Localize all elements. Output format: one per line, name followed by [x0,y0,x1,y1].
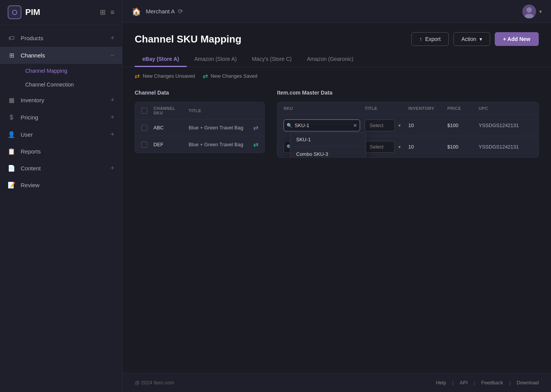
sidebar-item-label: Inventory [21,97,44,103]
content-icon: 📄 [8,165,15,172]
row2-sku: DEF [153,142,184,147]
channel-row-2: DEF Blue + Green Travel Bag ⇄ [135,136,264,153]
dropdown-label-sku1: SKU-1 [296,137,311,142]
master-row1-upc: YSSDGS1242131 [479,122,532,128]
master-row2-price: $100 [447,144,474,150]
tab-macys-label: Macy's (Store C) [252,56,292,62]
user-menu-chevron[interactable]: ▾ [539,8,542,15]
channel-data-table: Channel SKU Title ABC Blue + Green Trave… [135,102,265,153]
channels-sub-menu: Channel Mapping Channel Connection [0,64,122,91]
user-icon: 👤 [8,131,15,138]
user-plus-icon[interactable]: + [110,131,114,139]
row1-link-icon[interactable]: ⇄ [253,124,258,131]
sku-clear-btn-1[interactable]: ✕ [353,123,357,128]
row2-title: Blue + Green Travel Bag [189,142,249,147]
master-data-section: Item.com Master Data SKU Title Inventory… [277,85,539,158]
tab-amazon-a[interactable]: Amazon (Store A) [187,52,245,67]
action-label: Action [461,36,476,42]
tabs-bar: eBay (Store A) Amazon (Store A) Macy's (… [122,46,551,67]
grid-icon[interactable]: ⊞ [100,8,106,16]
sidebar: ⬡ PIM ⊞ ≡ 🏷 Products + ⊞ Channels − [0,0,122,392]
footer-help[interactable]: Help [436,380,446,385]
channels-minus-icon[interactable]: − [110,51,114,59]
sidebar-item-reports[interactable]: 📋 Reports [0,143,122,160]
select-wrapper-2: Select [365,141,404,153]
row1-checkbox[interactable] [141,125,147,131]
sidebar-item-pricing[interactable]: $ Pricing + [0,109,122,126]
footer-feedback[interactable]: Feedback [481,380,503,385]
title-select-1[interactable]: Select [365,119,395,131]
th-master-upc: UPC [479,106,532,111]
channel-data-section: Channel Data Channel SKU Title [135,85,265,158]
sidebar-item-label: Reports [21,148,41,155]
footer-download[interactable]: Download [517,380,539,385]
svg-point-1 [527,7,532,13]
sidebar-item-review[interactable]: 📝 Review [0,177,122,193]
tab-amazon-g[interactable]: Amazon (Gearonic) [299,52,361,67]
content-plus-icon[interactable]: + [110,164,114,172]
legend-saved: ⇄ New Changes Saved [203,72,258,80]
row1-title: Blue + Green Travel Bag [189,125,249,131]
th-channel-title: Title [189,108,258,113]
legend-bar: ⇄ New Changes Unsaved ⇄ New Changes Save… [122,67,551,85]
row1-sku: ABC [153,125,184,131]
select-all-checkbox[interactable] [141,108,147,114]
footer-sep-1: | [452,380,453,385]
inventory-plus-icon[interactable]: + [110,96,114,104]
th-master-title: Title [365,106,404,111]
sidebar-item-products[interactable]: 🏷 Products + [0,29,122,47]
avatar[interactable] [522,5,536,18]
dropdown-item-sku1[interactable]: SKU-1 [290,132,366,147]
sidebar-item-channel-mapping[interactable]: Channel Mapping [20,64,122,78]
master-row2-upc: YSSDGS1242131 [479,144,532,150]
refresh-icon[interactable]: ⟳ [178,8,183,15]
sidebar-header: ⬡ PIM ⊞ ≡ [0,0,122,25]
th-master-sku: SKU [284,106,360,111]
footer: @ 2024 Item.com Help | API | Feedback | … [122,373,551,392]
master-row2-inv: 10 [408,144,443,150]
sections-row: Channel Data Channel SKU Title [135,85,539,158]
master-data-table: SKU Title Inventory Price UPC 🔍 ✕ [277,102,539,158]
th-channel-sku: Channel SKU [153,106,184,115]
page-actions: ↑ Export Action ▾ + Add New [411,32,539,46]
legend-unsaved: ⇄ New Changes Unsaved [135,72,195,80]
row2-link-icon[interactable]: ⇄ [253,141,258,148]
add-new-label: + Add New [503,36,530,42]
page-title: Channel SKU Mapping [135,33,241,45]
products-plus-icon[interactable]: + [110,34,114,42]
sidebar-item-channel-connection[interactable]: Channel Connection [20,78,122,91]
action-button[interactable]: Action ▾ [453,32,490,46]
top-bar: 🏠 Merchant A ⟳ ▾ [122,0,551,23]
pricing-plus-icon[interactable]: + [110,113,114,121]
sidebar-item-content[interactable]: 📄 Content + [0,160,122,177]
tab-macys[interactable]: Macy's (Store C) [244,52,299,67]
footer-api[interactable]: API [460,380,468,385]
sidebar-item-inventory[interactable]: ▦ Inventory + [0,91,122,109]
sidebar-item-label: Review [21,182,39,188]
export-label: Export [425,36,440,42]
tab-ebay[interactable]: eBay (Store A) [135,52,187,67]
menu-icon[interactable]: ≡ [110,8,114,16]
products-icon: 🏷 [8,35,15,42]
export-button[interactable]: ↑ Export [411,32,448,46]
master-row1-inv: 10 [408,122,443,128]
home-icon[interactable]: 🏠 [132,7,141,16]
title-select-2[interactable]: Select [365,141,395,153]
review-icon: 📝 [8,181,15,189]
saved-label: New Changes Saved [211,73,258,79]
channel-mapping-label: Channel Mapping [25,68,67,74]
action-chevron-icon: ▾ [479,36,482,42]
sidebar-item-channels[interactable]: ⊞ Channels − [0,47,122,64]
tab-amazon-g-label: Amazon (Gearonic) [307,56,353,62]
saved-icon: ⇄ [203,72,208,80]
sidebar-item-label: Pricing [21,114,38,121]
row2-checkbox[interactable] [141,142,147,148]
sidebar-item-label: User [21,131,33,138]
footer-copyright: @ 2024 Item.com [135,380,174,385]
sidebar-item-user[interactable]: 👤 User + [0,126,122,143]
channel-table-header: Channel SKU Title [135,102,264,119]
tab-amazon-a-label: Amazon (Store A) [194,56,237,62]
dropdown-item-combo3[interactable]: Combo SKU-3 [290,147,366,158]
add-new-button[interactable]: + Add New [495,32,539,46]
sku-search-input-1[interactable] [284,119,360,131]
